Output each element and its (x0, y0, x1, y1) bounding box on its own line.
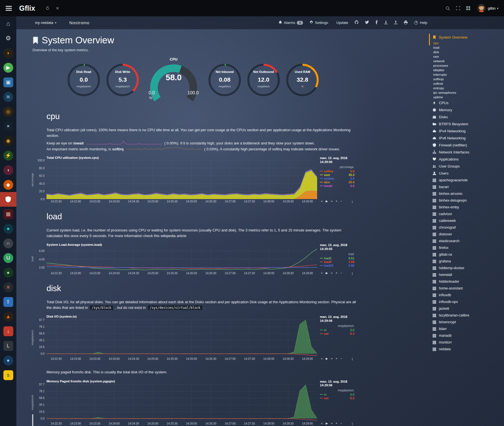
menu-item-memory[interactable]: Memory (429, 106, 502, 113)
gauge-net-inbound[interactable]: Net Inbound0.08megabits/s (207, 63, 242, 97)
amber-dot-app-icon[interactable]: ◉ (0, 133, 16, 148)
blue-stack-app-icon[interactable]: ▣ (0, 75, 16, 90)
legend-series-out[interactable]: out-5.3 (320, 332, 354, 336)
chart-resize-handle[interactable]: ↕ (352, 271, 353, 275)
github-icon[interactable] (355, 20, 359, 25)
menu-item-calibreweb[interactable]: calibreweb (429, 217, 502, 224)
menu-item-hiddenloader[interactable]: hiddenloader (429, 278, 502, 285)
chart-fast-forward-button[interactable]: » (331, 357, 333, 360)
chart-resize-handle[interactable]: ↕ (352, 421, 353, 425)
horseshoe-app-icon[interactable]: ∩ (0, 236, 16, 251)
blue-upload-app-icon[interactable]: ⇧ (0, 295, 16, 309)
chart-zoom-out-button[interactable]: − (341, 272, 342, 275)
menu-item-diskover[interactable]: diskover (429, 231, 502, 238)
chart-zoom-in-button[interactable]: + (336, 357, 337, 360)
chart-canvas[interactable] (47, 319, 317, 356)
chart-canvas[interactable] (47, 384, 317, 421)
green-bolt-app-icon[interactable]: ⚡ (0, 148, 16, 163)
chart-resize-handle[interactable]: ↕ (352, 357, 353, 361)
legend-series-user[interactable]: user35.3 (320, 173, 354, 177)
chart-rewind-button[interactable]: « (321, 422, 323, 425)
legend-series-load1[interactable]: load16.51 (320, 257, 354, 260)
menu-item-binhex-airsonic[interactable]: binhex-airsonic (429, 190, 502, 197)
menu-item-hddtemp-docker[interactable]: hddtemp-docker (429, 265, 502, 271)
search-icon[interactable] (446, 6, 450, 10)
orange-diamond-app-icon[interactable]: ◆ (0, 177, 16, 192)
menu-item-lazylibrarian-calibre[interactable]: lazylibrarian-calibre (429, 312, 502, 319)
dark-green-dot-app-icon[interactable]: ● (0, 265, 16, 280)
home-icon[interactable]: ⌂ (0, 16, 16, 31)
menu-item-user-groups[interactable]: User Groups (429, 163, 502, 170)
upload-icon[interactable] (394, 21, 397, 25)
chart-rewind-button[interactable]: « (321, 272, 323, 275)
menu-subitem-processes[interactable]: processes (429, 63, 502, 68)
menu-subitem-interrupts[interactable]: interrupts (429, 72, 502, 77)
chart-canvas[interactable] (47, 247, 317, 271)
close-tab-icon[interactable]: × (56, 5, 59, 11)
menu-item-heimdall[interactable]: heimdall (429, 271, 502, 278)
chart-zoom-out-button[interactable]: − (341, 357, 342, 360)
blue-drop-app-icon[interactable]: ● (0, 353, 16, 368)
menu-item-apacheguacamole[interactable]: apacheguacamole (429, 177, 502, 184)
legend-series-system[interactable]: system2.3 (320, 177, 354, 180)
menu-item-bazarr[interactable]: bazarr (429, 184, 502, 190)
update-button[interactable]: Update (335, 21, 348, 25)
hamburger-menu-icon[interactable] (5, 5, 13, 12)
menu-item-ipv4-networking[interactable]: IPv4 Networking (429, 128, 502, 135)
lazy-app-icon[interactable]: L (0, 338, 16, 353)
menu-item-netdata[interactable]: netdata (429, 346, 502, 353)
menu-subitem-softirqs[interactable]: softirqs (429, 77, 502, 81)
menu-subitem-network[interactable]: network (429, 59, 502, 63)
menu-item-disks[interactable]: Disks (429, 113, 502, 121)
gitlab-fox-app-icon[interactable]: ▲ (0, 309, 16, 324)
green-play-app-icon[interactable]: ▶ (0, 60, 16, 75)
menu-item-ipv6-networking[interactable]: IPv6 Networking (429, 135, 502, 142)
gauge-used-ram[interactable]: Used RAM32.8% (285, 63, 320, 97)
search-app-icon[interactable]: ◎ (0, 104, 16, 119)
content-scrollbar-thumb[interactable] (32, 414, 33, 426)
legend-series-in[interactable]: in0.0 (320, 393, 354, 396)
legend-series-load5[interactable]: load52.68 (320, 260, 354, 264)
pink-half-app-icon[interactable]: ◖ (0, 163, 16, 177)
menu-item-chronograf[interactable]: chronograf (429, 224, 502, 231)
chart-play-button[interactable]: ▶ (326, 422, 328, 425)
chart-canvas[interactable] (47, 160, 317, 199)
menu-item-mariadb[interactable]: mariadb (429, 332, 502, 339)
legend-series-out[interactable]: out-5.2 (320, 396, 354, 400)
maroon-grid-app-icon[interactable]: ▦ (0, 207, 16, 221)
fullscreen-icon[interactable] (456, 6, 460, 10)
facebook-icon[interactable] (375, 20, 378, 25)
alarms-button[interactable]: Alarms2 (278, 21, 303, 25)
red-download-app-icon[interactable]: ↓ (0, 324, 16, 338)
menu-subitem-disk[interactable]: disk (429, 50, 502, 54)
menu-item-home-assistant[interactable]: home-assistant (429, 285, 502, 292)
chart-play-button[interactable]: ▶ (326, 357, 328, 360)
menu-item-applications[interactable]: Applications (429, 156, 502, 163)
chart-fast-forward-button[interactable]: » (331, 422, 333, 425)
menu-item-influxdb[interactable]: influxdb (429, 292, 502, 298)
print-icon[interactable] (404, 21, 408, 25)
red-lines-app-icon[interactable]: ≡ (0, 280, 16, 295)
menu-item-system-overview[interactable]: System Overview (429, 34, 502, 41)
gauge-disk-write[interactable]: Disk Write5.3megabytes/s (105, 63, 140, 97)
legend-series-nice[interactable]: nice20.4 (320, 180, 354, 184)
menu-item-grafana[interactable]: grafana (429, 258, 502, 265)
menu-item-gitlab-ce[interactable]: gitlab-ce (429, 251, 502, 258)
menu-subitem-softnet[interactable]: softnet (429, 81, 502, 86)
menu-item-jackett[interactable]: jackett (429, 305, 502, 312)
menu-item-binhex-delugevpn[interactable]: binhex-delugevpn (429, 197, 502, 204)
plex-app-icon[interactable]: ◗ (0, 46, 16, 60)
help-button[interactable]: ?Help (414, 21, 427, 25)
gauge-disk-read[interactable]: Disk Read0.0megabytes/s (66, 63, 101, 97)
menu-subitem-ram[interactable]: ram (429, 54, 502, 59)
menu-subitem-idlejitter[interactable]: idlejitter (429, 68, 502, 72)
menu-subitem-ipc-semaphores[interactable]: ipc semaphores (429, 90, 502, 95)
gauge-net-outbound[interactable]: Net Outbound12.0megabits/s (246, 63, 281, 97)
chart-zoom-in-button[interactable]: + (336, 200, 337, 203)
menu-item-lidarr[interactable]: lidarr (429, 325, 502, 332)
user-menu[interactable]: gilbn ▾ (488, 6, 499, 10)
soundwave-app-icon[interactable]: ≋ (0, 90, 16, 104)
chart-rewind-button[interactable]: « (321, 357, 323, 360)
chart-zoom-in-button[interactable]: + (336, 422, 337, 425)
menu-item-elasticsearch[interactable]: elasticsearch (429, 238, 502, 244)
